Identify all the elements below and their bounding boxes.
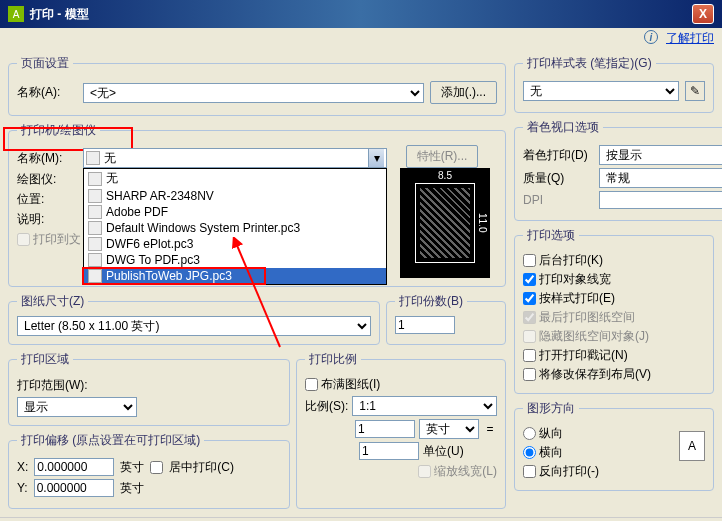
opt-last-label: 最后打印图纸空间: [539, 309, 635, 326]
page-setup-legend: 页面设置: [17, 55, 73, 72]
printer-option-label: 无: [106, 170, 118, 187]
window-title: 打印 - 模型: [30, 6, 692, 23]
plotter-label: 绘图仪:: [17, 171, 77, 188]
orientation-legend: 图形方向: [523, 400, 579, 417]
printer-name-dropdown[interactable]: 无 ▾ 无SHARP AR-2348NVAdobe PDFDefault Win…: [83, 148, 387, 168]
print-area-legend: 打印区域: [17, 351, 73, 368]
print-options-legend: 打印选项: [523, 227, 579, 244]
opt-hide-label: 隐藏图纸空间对象(J): [539, 328, 649, 345]
printer-group: 打印机/绘图仪 名称(M): 无 ▾ 无SHARP AR-2348NVAdobe…: [8, 122, 506, 287]
info-icon: i: [644, 30, 658, 44]
scale-legend: 打印比例: [305, 351, 361, 368]
printer-option-icon: [88, 205, 102, 219]
app-icon: A: [8, 6, 24, 22]
scale-den-input[interactable]: [359, 442, 419, 460]
paper-preview: 8.5 11.0: [400, 168, 490, 278]
ratio-select[interactable]: 1:1: [352, 396, 497, 416]
printer-name-label: 名称(M):: [17, 150, 77, 167]
print-what-label: 打印范围(W):: [17, 377, 88, 394]
scale-num-input[interactable]: [355, 420, 415, 438]
desc-label: 说明:: [17, 211, 77, 228]
plot-style-edit-button[interactable]: ✎: [685, 81, 705, 101]
print-to-file-checkbox: [17, 233, 30, 246]
opt-lw-checkbox[interactable]: [523, 273, 536, 286]
learn-print-link[interactable]: 了解打印: [666, 30, 714, 47]
shade-select[interactable]: 按显示: [599, 145, 722, 165]
orientation-group: 图形方向 纵向 横向 反向打印(-) A: [514, 400, 714, 491]
copies-group: 打印份数(B): [386, 293, 506, 345]
dpi-label: DPI: [523, 193, 593, 207]
close-button[interactable]: X: [692, 4, 714, 24]
print-to-file-label: 打印到文: [33, 231, 81, 248]
printer-option-label: PublishToWeb JPG.pc3: [106, 269, 232, 283]
quality-select[interactable]: 常规: [599, 168, 722, 188]
portrait-label: 纵向: [539, 425, 563, 442]
printer-option-icon: [88, 172, 102, 186]
fit-checkbox[interactable]: [305, 378, 318, 391]
opt-bg-label: 后台打印(K): [539, 252, 603, 269]
shaded-viewport-group: 着色视口选项 着色打印(D)按显示 质量(Q)常规 DPI: [514, 119, 722, 221]
printer-option[interactable]: SHARP AR-2348NV: [84, 188, 386, 204]
pageset-name-select[interactable]: <无>: [83, 83, 424, 103]
opt-save-checkbox[interactable]: [523, 368, 536, 381]
plot-style-legend: 打印样式表 (笔指定)(G): [523, 55, 656, 72]
printer-option[interactable]: Default Windows System Printer.pc3: [84, 220, 386, 236]
paper-size-group: 图纸尺寸(Z) Letter (8.50 x 11.00 英寸): [8, 293, 380, 345]
where-label: 位置:: [17, 191, 77, 208]
shade-label: 着色打印(D): [523, 147, 593, 164]
titlebar: A 打印 - 模型 X: [0, 0, 722, 28]
scale-lw-checkbox: [418, 465, 431, 478]
landscape-radio[interactable]: [523, 446, 536, 459]
printer-option-label: Adobe PDF: [106, 205, 168, 219]
dpi-input: [599, 191, 722, 209]
reverse-checkbox[interactable]: [523, 465, 536, 478]
printer-option-icon: [88, 269, 102, 283]
shaded-viewport-legend: 着色视口选项: [523, 119, 603, 136]
scale-lw-label: 缩放线宽(L): [434, 463, 497, 480]
printer-option[interactable]: PublishToWeb JPG.pc3: [84, 268, 386, 284]
chevron-down-icon: ▾: [368, 149, 384, 167]
print-what-select[interactable]: 显示: [17, 397, 137, 417]
copies-input[interactable]: [395, 316, 455, 334]
plot-style-select[interactable]: 无: [523, 81, 679, 101]
printer-option-icon: [88, 189, 102, 203]
printer-option[interactable]: Adobe PDF: [84, 204, 386, 220]
offset-group: 打印偏移 (原点设置在可打印区域) X: 英寸 居中打印(C) Y: 英寸: [8, 432, 290, 509]
opt-hide-checkbox: [523, 330, 536, 343]
x-label: X:: [17, 460, 28, 474]
copies-legend: 打印份数(B): [395, 293, 467, 310]
printer-option-label: SHARP AR-2348NV: [106, 189, 214, 203]
opt-ps-label: 按样式打印(E): [539, 290, 615, 307]
printer-option[interactable]: DWF6 ePlot.pc3: [84, 236, 386, 252]
page-setup-group: 页面设置 名称(A): <无> 添加(.)...: [8, 55, 506, 116]
printer-option-icon: [88, 253, 102, 267]
plot-style-group: 打印样式表 (笔指定)(G) 无 ✎: [514, 55, 714, 113]
printer-option-icon: [88, 237, 102, 251]
printer-option-label: DWG To PDF.pc3: [106, 253, 200, 267]
offset-x-input[interactable]: [34, 458, 114, 476]
print-area-group: 打印区域 打印范围(W): 显示: [8, 351, 290, 426]
center-checkbox[interactable]: [150, 461, 163, 474]
offset-y-input[interactable]: [34, 479, 114, 497]
x-unit: 英寸: [120, 459, 144, 476]
quality-label: 质量(Q): [523, 170, 593, 187]
opt-save-label: 将修改保存到布局(V): [539, 366, 651, 383]
ratio-label: 比例(S):: [305, 398, 348, 415]
orientation-preview-icon: A: [679, 431, 705, 461]
scale-group: 打印比例 布满图纸(I) 比例(S): 1:1 英寸 = 单位(U) 缩放线宽(…: [296, 351, 506, 509]
printer-option-label: Default Windows System Printer.pc3: [106, 221, 300, 235]
opt-ps-checkbox[interactable]: [523, 292, 536, 305]
printer-option-icon: [88, 221, 102, 235]
opt-bg-checkbox[interactable]: [523, 254, 536, 267]
pageset-name-label: 名称(A):: [17, 84, 77, 101]
paper-size-select[interactable]: Letter (8.50 x 11.00 英寸): [17, 316, 371, 336]
add-pageset-button[interactable]: 添加(.)...: [430, 81, 497, 104]
paper-size-legend: 图纸尺寸(Z): [17, 293, 88, 310]
scale-unit1-select[interactable]: 英寸: [419, 419, 479, 439]
print-options-group: 打印选项 后台打印(K) 打印对象线宽 按样式打印(E) 最后打印图纸空间 隐藏…: [514, 227, 714, 394]
printer-option[interactable]: 无: [84, 169, 386, 188]
offset-legend: 打印偏移 (原点设置在可打印区域): [17, 432, 204, 449]
opt-stamp-checkbox[interactable]: [523, 349, 536, 362]
portrait-radio[interactable]: [523, 427, 536, 440]
printer-option[interactable]: DWG To PDF.pc3: [84, 252, 386, 268]
